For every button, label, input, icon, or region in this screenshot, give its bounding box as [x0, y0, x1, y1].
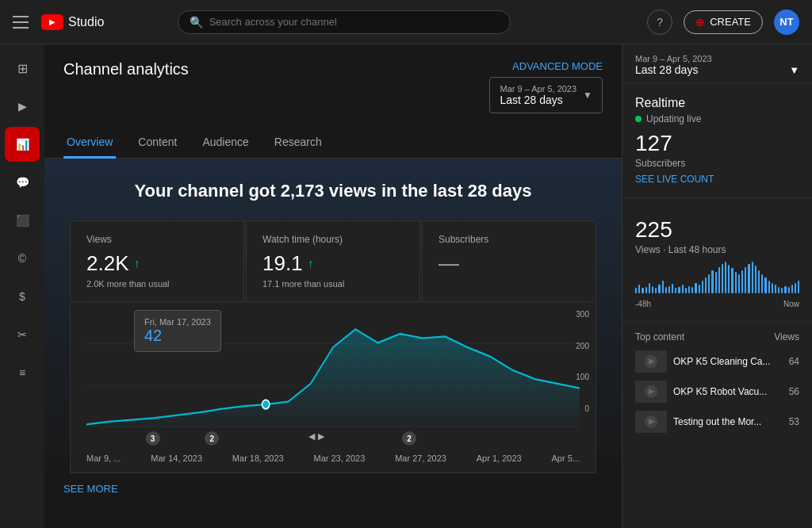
sidebar-item-analytics[interactable]: 📊 [5, 127, 40, 162]
realtime-bar [735, 272, 737, 293]
subscribers-label: Subscribers [439, 234, 580, 245]
realtime-bar-chart [635, 262, 799, 293]
realtime-bar [781, 288, 783, 293]
realtime-bar [725, 262, 726, 293]
content-views: 53 [789, 416, 799, 427]
chart-x-labels: Mar 9, ... Mar 14, 2023 Mar 18, 2023 Mar… [86, 450, 580, 466]
realtime-bar [642, 288, 643, 293]
views-48h-block: 225 Views · Last 48 hours -48h Now [622, 198, 812, 322]
search-input[interactable] [209, 16, 499, 28]
realtime-bar [715, 272, 717, 293]
sidebar-item-library[interactable]: ≡ [5, 355, 40, 390]
youtube-logo: Studio [41, 14, 104, 30]
realtime-bar [745, 267, 746, 293]
search-icon: 🔍 [190, 16, 203, 29]
realtime-bar [731, 268, 733, 293]
sidebar-item-copyright[interactable]: © [5, 241, 40, 276]
realtime-panel: Mar 9 – Apr 5, 2023 Last 28 days ▼ Realt… [622, 44, 812, 528]
realtime-bar [761, 274, 763, 293]
realtime-bar [711, 270, 713, 293]
date-range-label: Mar 9 – Apr 5, 2023 [500, 84, 576, 94]
see-live-count-button[interactable]: SEE LIVE COUNT [635, 174, 799, 185]
avatar[interactable]: NT [774, 10, 799, 35]
top-content-item[interactable]: OKP K5 Cleaning Ca... 64 [635, 350, 799, 373]
content-thumbnail [635, 381, 667, 403]
realtime-bar [718, 267, 720, 293]
rt-time-labels: -48h Now [635, 300, 799, 308]
badge-1: 3 [146, 431, 160, 446]
sidebar-item-subtitles[interactable]: ⬛ [5, 203, 40, 238]
tooltip-value: 42 [144, 327, 211, 345]
sidebar-item-content[interactable]: ▶ [5, 89, 40, 124]
realtime-bar [662, 281, 664, 293]
svg-point-4 [262, 400, 269, 408]
chart-tooltip: Fri, Mar 17, 2023 42 [134, 310, 221, 352]
chart-y-axis: 300 200 100 0 [576, 310, 589, 413]
top-content-item[interactable]: OKP K5 Robot Vacu... 56 [635, 381, 799, 403]
tab-research[interactable]: Research [271, 129, 325, 159]
realtime-bar [764, 277, 766, 293]
chevron-down-icon: ▼ [583, 90, 592, 101]
realtime-bar [675, 288, 676, 293]
hamburger-menu[interactable] [13, 13, 32, 32]
views-48h-count: 225 [635, 217, 799, 243]
realtime-bar [705, 277, 707, 293]
realtime-bar [758, 270, 760, 293]
realtime-bar [784, 286, 786, 293]
youtube-icon [41, 14, 63, 30]
realtime-bar [788, 287, 790, 293]
realtime-subscribers-label: Subscribers [635, 158, 799, 169]
realtime-date-section: Mar 9 – Apr 5, 2023 Last 28 days ▼ [622, 44, 812, 83]
tooltip-date: Fri, Mar 17, 2023 [144, 317, 211, 327]
help-button[interactable]: ? [647, 10, 672, 35]
sidebar-item-comments[interactable]: 💬 [5, 165, 40, 200]
content-thumbnail [635, 411, 667, 433]
views-up-arrow: ↑ [134, 257, 140, 271]
sidebar-item-dashboard[interactable]: ⊞ [5, 51, 40, 86]
content-thumbnail [635, 350, 667, 373]
top-content-item[interactable]: Testing out the Mor... 53 [635, 411, 799, 433]
watchtime-sub: 17.1 more than usual [262, 279, 404, 289]
search-bar[interactable]: 🔍 [178, 10, 511, 34]
realtime-subtitle: Updating live [635, 113, 799, 124]
realtime-bar [699, 285, 700, 293]
sidebar-item-earn[interactable]: $ [5, 279, 40, 314]
realtime-bar [649, 283, 650, 293]
tab-content[interactable]: Content [135, 129, 180, 159]
realtime-bar [652, 286, 653, 293]
see-more-button[interactable]: SEE MORE [44, 473, 622, 504]
realtime-bar [772, 283, 773, 293]
sidebar: ⊞ ▶ 📊 💬 ⬛ © $ ✂ ≡ [0, 44, 44, 528]
chart-badges: 3 2 2 ◀▶ [86, 431, 580, 447]
realtime-bar [708, 274, 710, 293]
live-dot [635, 116, 642, 122]
tab-overview[interactable]: Overview [63, 129, 116, 159]
realtime-bar [702, 281, 703, 293]
realtime-bar [738, 274, 740, 293]
realtime-bar [655, 288, 657, 293]
rt-date-dropdown[interactable]: Last 28 days ▼ [635, 63, 799, 76]
realtime-bar [728, 265, 730, 293]
realtime-bar [665, 287, 667, 293]
page-title: Channel analytics [63, 60, 189, 78]
top-content-list: OKP K5 Cleaning Ca... 64 OKP K5 Robot Va… [635, 350, 799, 433]
realtime-bar [682, 285, 684, 293]
date-range-selector[interactable]: Mar 9 – Apr 5, 2023 Last 28 days ▼ [489, 77, 603, 113]
realtime-bar [775, 285, 776, 293]
create-button[interactable]: ⊕ CREATE [684, 10, 763, 34]
nav-left: Studio [13, 13, 104, 32]
realtime-bar [768, 281, 770, 293]
realtime-bar [688, 286, 690, 293]
realtime-bar [685, 288, 687, 293]
realtime-bar [672, 284, 673, 293]
content-views: 64 [789, 356, 799, 367]
realtime-bar [658, 285, 660, 293]
advanced-mode-button[interactable]: ADVANCED MODE [512, 60, 603, 72]
tab-bar: Overview Content Audience Research [44, 123, 622, 159]
sidebar-item-customize[interactable]: ✂ [5, 317, 40, 352]
watchtime-value: 19.1 ↑ [262, 251, 404, 276]
tab-audience[interactable]: Audience [199, 129, 251, 159]
realtime-bar [645, 287, 647, 293]
content-title: OKP K5 Robot Vacu... [673, 386, 783, 397]
realtime-bar [778, 287, 779, 293]
